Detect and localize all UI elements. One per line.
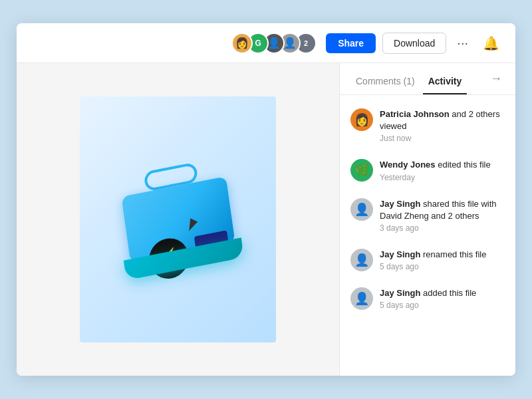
- activity-item-jay-3: 👤 Jay Singh added this file 5 days ago: [340, 279, 515, 318]
- more-icon: ···: [457, 35, 468, 50]
- activity-desc-jay-3: Jay Singh added this file: [380, 287, 505, 299]
- activity-time-wendy: Yesterday: [380, 173, 505, 182]
- download-button[interactable]: Download: [382, 33, 446, 54]
- patricia-avatar-photo: 👩: [354, 112, 369, 127]
- more-options-button[interactable]: ···: [453, 33, 472, 53]
- share-button[interactable]: Share: [326, 33, 376, 53]
- activity-desc-jay-1: Jay Singh shared this file with David Zh…: [380, 198, 505, 222]
- toolbar: 👩 G 👤 👤 2 Share Download ··· 🔔: [17, 23, 515, 63]
- expand-sidebar-button[interactable]: →: [487, 66, 505, 91]
- collaborator-avatars: 👩 G 👤 👤 2: [231, 33, 317, 54]
- file-preview: ⚡: [17, 63, 339, 376]
- expand-icon: →: [490, 72, 502, 85]
- activity-text-wendy: Wendy Jones edited this file Yesterday: [380, 159, 505, 182]
- notifications-button[interactable]: 🔔: [479, 33, 503, 54]
- avatar-wendy: 🌿: [350, 159, 373, 182]
- wendy-avatar-photo: 🌿: [354, 163, 369, 178]
- jay1-avatar-photo: 👤: [354, 202, 369, 217]
- activity-item-jay-2: 👤 Jay Singh renamed this file 5 days ago: [340, 241, 515, 279]
- activity-desc-wendy: Wendy Jones edited this file: [380, 159, 505, 171]
- activity-time-jay-2: 5 days ago: [380, 262, 505, 271]
- avatar-jay-3: 👤: [350, 287, 373, 310]
- tab-activity[interactable]: Activity: [423, 69, 467, 94]
- activity-text-jay-3: Jay Singh added this file 5 days ago: [380, 287, 505, 310]
- jay3-avatar-photo: 👤: [354, 291, 369, 306]
- mouse-cursor: [188, 219, 197, 233]
- main-content: ⚡ Comments (1) Activi: [17, 63, 515, 376]
- activity-item-jay-1: 👤 Jay Singh shared this file with David …: [340, 190, 515, 241]
- activity-text-jay-2: Jay Singh renamed this file 5 days ago: [380, 249, 505, 271]
- tab-comments[interactable]: Comments (1): [350, 69, 420, 94]
- activity-item-patricia: 👩 Patricia Johnson and 2 others viewed J…: [340, 100, 515, 151]
- activity-desc-patricia: Patricia Johnson and 2 others viewed: [380, 108, 505, 132]
- activity-time-jay-1: 3 days ago: [380, 223, 505, 233]
- activity-list: 👩 Patricia Johnson and 2 others viewed J…: [340, 95, 515, 376]
- activity-desc-jay-2: Jay Singh renamed this file: [380, 249, 505, 261]
- boombox-illustration: ⚡: [102, 134, 253, 305]
- avatar-patricia: 👩: [350, 108, 373, 131]
- cursor-arrow: [186, 218, 198, 232]
- avatar-jay-2: 👤: [350, 249, 373, 271]
- bell-icon: 🔔: [483, 36, 499, 51]
- activity-text-patricia: Patricia Johnson and 2 others viewed Jus…: [380, 108, 505, 143]
- image-container: ⚡: [80, 96, 276, 342]
- avatar-1: 👩: [231, 33, 253, 54]
- activity-sidebar: Comments (1) Activity → 👩: [339, 63, 515, 376]
- activity-time-patricia: Just now: [380, 134, 505, 143]
- activity-time-jay-3: 5 days ago: [380, 301, 505, 310]
- tabs-bar: Comments (1) Activity →: [340, 63, 515, 95]
- activity-text-jay-1: Jay Singh shared this file with David Zh…: [380, 198, 505, 233]
- avatar-jay-1: 👤: [350, 198, 373, 221]
- app-window: 👩 G 👤 👤 2 Share Download ··· 🔔: [17, 23, 515, 376]
- activity-item-wendy: 🌿 Wendy Jones edited this file Yesterday: [340, 151, 515, 190]
- jay2-avatar-photo: 👤: [354, 253, 369, 267]
